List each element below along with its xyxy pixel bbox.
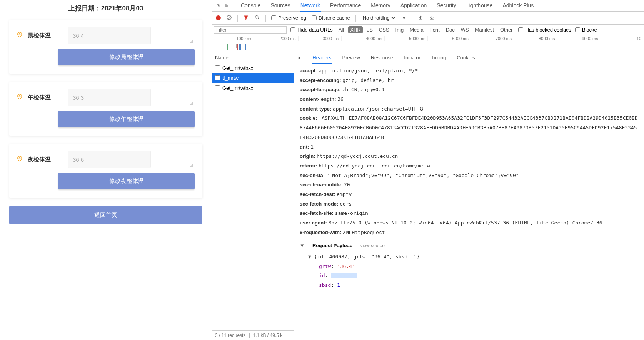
caret-down-icon[interactable]: ▼ (308, 254, 311, 260)
devtools-tab-memory[interactable]: Memory (370, 0, 391, 12)
input-noon-temp[interactable] (68, 89, 151, 106)
app-form-pane: 上报日期：2021年08月03 晨检体温 修改晨检体温 午检体温 修改午检体温 … (0, 0, 212, 340)
request-row[interactable]: Get_mrtwtbxx (212, 63, 294, 73)
timeline-tick: 2000 ms (255, 36, 298, 41)
modify-night-button[interactable]: 修改夜检体温 (58, 173, 195, 189)
filter-icon[interactable] (243, 15, 249, 22)
header-row: sec-ch-ua-mobile: ?0 (300, 180, 639, 190)
request-checkbox[interactable] (215, 85, 220, 90)
request-list-header[interactable]: Name (212, 52, 294, 63)
detail-tab-response[interactable]: Response (370, 52, 394, 64)
temp-card-night: 夜检体温 修改夜检体温 (9, 144, 202, 198)
inspect-icon[interactable] (215, 3, 221, 9)
timeline-tick: 7000 ms (471, 36, 514, 41)
timeline-tick: 9000 ms (557, 36, 601, 41)
detail-tab-cookies[interactable]: Cookies (456, 52, 475, 64)
filter-chip-js[interactable]: JS (365, 26, 375, 33)
filter-chip-img[interactable]: Img (394, 26, 406, 33)
devtools-tab-lighthouse[interactable]: Lighthouse (465, 0, 494, 12)
modify-morning-button[interactable]: 修改晨检体温 (58, 49, 195, 65)
timeline-tick: 10 (601, 36, 644, 41)
request-checkbox[interactable] (215, 65, 220, 70)
filter-input[interactable] (214, 26, 287, 34)
filter-chip-font[interactable]: Font (428, 26, 442, 33)
detail-tab-timing[interactable]: Timing (430, 52, 447, 64)
header-row: user-agent: Mozilla/5.0 (Windows NT 10.0… (300, 218, 639, 228)
report-date: 上报日期：2021年08月03 (9, 4, 202, 13)
svg-point-0 (19, 33, 20, 35)
hide-data-urls-checkbox[interactable]: Hide data URLs (290, 27, 333, 33)
filter-chip-xhr[interactable]: XHR (348, 26, 362, 33)
header-row: accept-language: zh-CN,zh;q=0.9 (300, 85, 639, 95)
filter-chip-manifest[interactable]: Manifest (473, 26, 496, 33)
devtools-tab-performance[interactable]: Performance (329, 0, 362, 12)
header-row: origin: https://qd-yqcj.cqut.edu.cn (300, 152, 639, 161)
detail-tab-headers[interactable]: Headers (312, 52, 332, 64)
filter-chip-other[interactable]: Other (498, 26, 515, 33)
label-noon: 午检体温 (28, 94, 62, 101)
payload-field: sbsd: 1 (319, 281, 639, 290)
header-row: sec-fetch-mode: cors (300, 199, 639, 209)
request-name: Get_mrtwtbxx (222, 65, 253, 71)
network-filterbar: Hide data URLs AllXHRJSCSSImgMediaFontDo… (212, 25, 644, 35)
close-icon[interactable]: × (297, 55, 302, 62)
timeline-tick: 4000 ms (342, 36, 385, 41)
request-row[interactable]: Get_mrtwtbxx (212, 83, 294, 93)
svg-line-9 (258, 18, 259, 19)
devtools-tab-adblock-plus[interactable]: Adblock Plus (502, 0, 534, 12)
timeline-tick: 3000 ms (299, 36, 342, 41)
modify-noon-button[interactable]: 修改午检体温 (58, 111, 195, 127)
svg-point-8 (255, 15, 259, 18)
caret-down-icon[interactable]: ▼ (300, 241, 305, 251)
upload-icon[interactable] (418, 15, 424, 22)
devtools-tabbar: ConsoleSourcesNetworkPerformanceMemoryAp… (212, 0, 644, 12)
devtools-tab-sources[interactable]: Sources (270, 0, 291, 12)
download-icon[interactable] (429, 15, 435, 22)
filter-chip-doc[interactable]: Doc (444, 26, 457, 33)
detail-tab-preview[interactable]: Preview (341, 52, 360, 64)
devtools-tab-security[interactable]: Security (436, 0, 457, 12)
request-status-bar: 3 / 11 requests| 1.1 kB / 49.5 k (212, 330, 294, 340)
detail-tab-initiator[interactable]: Initiator (403, 52, 421, 64)
label-morning: 晨检体温 (28, 32, 62, 39)
request-list: Name Get_mrtwtbxxtj_mrtwGet_mrtwtbxx 3 /… (212, 52, 294, 340)
header-row: referer: https://qd-yqcj.cqut.edu.cn/hom… (300, 161, 639, 171)
home-button[interactable]: 返回首页 (9, 206, 202, 224)
timeline-tick: 8000 ms (514, 36, 557, 41)
request-name: tj_mrtw (222, 75, 239, 81)
input-morning-temp[interactable] (68, 27, 151, 44)
record-button[interactable] (216, 15, 221, 20)
filter-chip-all[interactable]: All (337, 26, 346, 33)
header-row: sec-ch-ua: " Not A;Brand";v="99", "Chrom… (300, 171, 639, 181)
timeline-tick: 5000 ms (385, 36, 428, 41)
header-row: accept: application/json, text/plain, */… (300, 66, 639, 76)
headers-body[interactable]: accept: application/json, text/plain, */… (294, 64, 644, 340)
blocked-checkbox[interactable]: Blocke (575, 27, 597, 33)
header-row: content-type: application/json;charset=U… (300, 104, 639, 114)
location-icon (17, 31, 22, 40)
request-row[interactable]: tj_mrtw (212, 73, 294, 83)
network-timeline[interactable]: 1000 ms2000 ms3000 ms4000 ms5000 ms6000 … (212, 35, 644, 52)
svg-point-1 (19, 95, 20, 97)
throttling-select[interactable]: No throttling (361, 15, 396, 21)
input-night-temp[interactable] (68, 151, 151, 168)
view-source-link[interactable]: view source (360, 241, 385, 250)
filter-chip-media[interactable]: Media (408, 26, 425, 33)
search-icon[interactable] (254, 15, 260, 22)
request-checkbox[interactable] (215, 75, 220, 80)
label-night: 夜检体温 (28, 156, 62, 163)
svg-point-2 (19, 157, 20, 159)
has-blocked-cookies-checkbox[interactable]: Has blocked cookies (518, 27, 571, 33)
clear-icon[interactable] (226, 15, 232, 22)
devtools-tab-console[interactable]: Console (240, 0, 261, 12)
payload-field: grtw: "36.4" (319, 262, 639, 271)
svg-line-7 (228, 16, 231, 19)
filter-chip-ws[interactable]: WS (459, 26, 471, 33)
filter-chip-css[interactable]: CSS (377, 26, 391, 33)
disable-cache-checkbox[interactable]: Disable cache (312, 15, 350, 21)
device-toggle-icon[interactable] (224, 3, 230, 9)
header-row: content-length: 36 (300, 95, 639, 104)
devtools-tab-network[interactable]: Network (300, 0, 321, 12)
devtools-tab-application[interactable]: Application (400, 0, 428, 12)
preserve-log-checkbox[interactable]: Preserve log (271, 15, 306, 21)
